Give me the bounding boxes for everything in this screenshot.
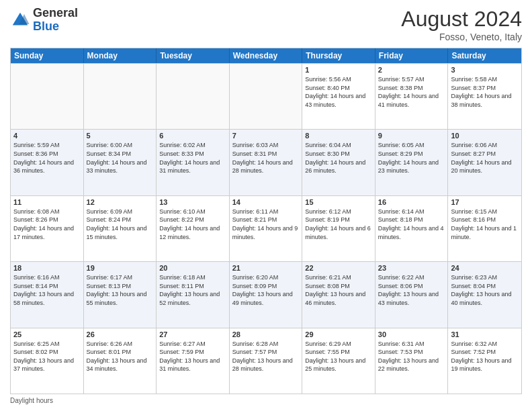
cell-info: Sunrise: 6:18 AMSunset: 8:11 PMDaylight:… [159, 273, 226, 307]
cell-info: Sunrise: 6:05 AMSunset: 8:29 PMDaylight:… [378, 141, 445, 175]
cell-info: Sunrise: 6:29 AMSunset: 7:55 PMDaylight:… [305, 340, 372, 373]
day-cell-19: 19 Sunrise: 6:17 AMSunset: 8:13 PMDaylig… [84, 262, 157, 327]
day-cell-20: 20 Sunrise: 6:18 AMSunset: 8:11 PMDaylig… [157, 262, 230, 327]
day-number: 31 [451, 330, 519, 338]
day-cell-29: 29 Sunrise: 6:29 AMSunset: 7:55 PMDaylig… [302, 328, 375, 394]
cell-info: Sunrise: 5:56 AMSunset: 8:40 PMDaylight:… [305, 75, 372, 109]
header-tuesday: Tuesday [157, 48, 230, 63]
day-cell-31: 31 Sunrise: 6:32 AMSunset: 7:52 PMDaylig… [448, 328, 521, 394]
cell-info: Sunrise: 6:21 AMSunset: 8:08 PMDaylight:… [305, 273, 372, 307]
day-number: 22 [305, 264, 372, 272]
cell-info: Sunrise: 6:32 AMSunset: 7:52 PMDaylight:… [451, 340, 519, 373]
day-cell-8: 8 Sunrise: 6:04 AMSunset: 8:30 PMDayligh… [302, 130, 375, 195]
cell-info: Sunrise: 6:09 AMSunset: 8:24 PMDaylight:… [87, 208, 154, 241]
cell-info: Sunrise: 6:23 AMSunset: 8:04 PMDaylight:… [451, 273, 519, 307]
cell-info: Sunrise: 6:25 AMSunset: 8:02 PMDaylight:… [13, 340, 81, 373]
day-number: 3 [451, 66, 519, 74]
header-sunday: Sunday [11, 48, 84, 63]
cell-info: Sunrise: 6:16 AMSunset: 8:14 PMDaylight:… [13, 273, 81, 307]
empty-cell [11, 64, 84, 129]
cell-info: Sunrise: 6:03 AMSunset: 8:31 PMDaylight:… [232, 141, 300, 175]
day-cell-7: 7 Sunrise: 6:03 AMSunset: 8:31 PMDayligh… [230, 130, 303, 195]
day-number: 29 [305, 330, 372, 338]
cell-info: Sunrise: 5:58 AMSunset: 8:37 PMDaylight:… [451, 75, 519, 109]
day-number: 19 [87, 264, 154, 272]
day-number: 15 [305, 198, 372, 206]
day-number: 25 [13, 330, 81, 338]
day-cell-27: 27 Sunrise: 6:27 AMSunset: 7:59 PMDaylig… [157, 328, 230, 394]
day-cell-9: 9 Sunrise: 6:05 AMSunset: 8:29 PMDayligh… [375, 130, 449, 195]
day-number: 17 [451, 198, 519, 206]
day-number: 7 [232, 132, 300, 140]
day-number: 1 [305, 66, 372, 74]
day-number: 18 [13, 264, 81, 272]
day-number: 21 [232, 264, 300, 272]
day-cell-5: 5 Sunrise: 6:00 AMSunset: 8:34 PMDayligh… [84, 130, 157, 195]
cell-info: Sunrise: 6:14 AMSunset: 8:18 PMDaylight:… [378, 208, 445, 241]
calendar-header: Sunday Monday Tuesday Wednesday Thursday… [11, 48, 521, 63]
cell-info: Sunrise: 6:06 AMSunset: 8:27 PMDaylight:… [451, 141, 519, 175]
day-number: 4 [13, 132, 81, 140]
header-friday: Friday [375, 48, 449, 63]
calendar-body: 1 Sunrise: 5:56 AMSunset: 8:40 PMDayligh… [11, 63, 521, 394]
cell-info: Sunrise: 6:17 AMSunset: 8:13 PMDaylight:… [87, 273, 154, 307]
cell-info: Sunrise: 6:00 AMSunset: 8:34 PMDaylight:… [87, 141, 154, 175]
day-cell-26: 26 Sunrise: 6:26 AMSunset: 8:01 PMDaylig… [84, 328, 157, 394]
day-number: 10 [451, 132, 519, 140]
logo-blue: Blue [33, 19, 59, 33]
day-cell-18: 18 Sunrise: 6:16 AMSunset: 8:14 PMDaylig… [11, 262, 84, 327]
week-row-3: 11 Sunrise: 6:08 AMSunset: 8:26 PMDaylig… [11, 195, 521, 261]
week-row-4: 18 Sunrise: 6:16 AMSunset: 8:14 PMDaylig… [11, 261, 521, 327]
day-cell-14: 14 Sunrise: 6:11 AMSunset: 8:21 PMDaylig… [230, 196, 303, 261]
cell-info: Sunrise: 6:12 AMSunset: 8:19 PMDaylight:… [305, 208, 372, 241]
day-cell-10: 10 Sunrise: 6:06 AMSunset: 8:27 PMDaylig… [448, 130, 521, 195]
cell-info: Sunrise: 6:27 AMSunset: 7:59 PMDaylight:… [159, 340, 226, 373]
empty-cell [84, 64, 157, 129]
header-thursday: Thursday [302, 48, 375, 63]
day-number: 26 [87, 330, 154, 338]
logo: General Blue [10, 7, 78, 34]
day-number: 6 [159, 132, 226, 140]
cell-info: Sunrise: 6:20 AMSunset: 8:09 PMDaylight:… [232, 273, 300, 307]
calendar: Sunday Monday Tuesday Wednesday Thursday… [10, 48, 522, 394]
day-number: 16 [378, 198, 445, 206]
day-cell-17: 17 Sunrise: 6:15 AMSunset: 8:16 PMDaylig… [448, 196, 521, 261]
cell-info: Sunrise: 5:57 AMSunset: 8:38 PMDaylight:… [378, 75, 445, 109]
day-cell-1: 1 Sunrise: 5:56 AMSunset: 8:40 PMDayligh… [302, 64, 375, 129]
week-row-1: 1 Sunrise: 5:56 AMSunset: 8:40 PMDayligh… [11, 63, 521, 129]
day-number: 24 [451, 264, 519, 272]
day-number: 30 [378, 330, 445, 338]
day-number: 12 [87, 198, 154, 206]
day-number: 5 [87, 132, 154, 140]
day-cell-22: 22 Sunrise: 6:21 AMSunset: 8:08 PMDaylig… [302, 262, 375, 327]
cell-info: Sunrise: 6:28 AMSunset: 7:57 PMDaylight:… [232, 340, 300, 373]
header: General Blue August 2024 Fosso, Veneto, … [10, 7, 522, 42]
day-number: 28 [232, 330, 300, 338]
day-cell-3: 3 Sunrise: 5:58 AMSunset: 8:37 PMDayligh… [448, 64, 521, 129]
logo-icon [10, 10, 30, 30]
cell-info: Sunrise: 6:10 AMSunset: 8:22 PMDaylight:… [159, 208, 226, 241]
daylight-label: Daylight hours [10, 397, 53, 404]
day-number: 13 [159, 198, 226, 206]
day-cell-30: 30 Sunrise: 6:31 AMSunset: 7:53 PMDaylig… [375, 328, 449, 394]
logo-general: General [33, 6, 78, 19]
cell-info: Sunrise: 6:08 AMSunset: 8:26 PMDaylight:… [13, 208, 81, 241]
header-monday: Monday [84, 48, 157, 63]
day-cell-25: 25 Sunrise: 6:25 AMSunset: 8:02 PMDaylig… [11, 328, 84, 394]
month-year: August 2024 [401, 7, 522, 32]
day-cell-4: 4 Sunrise: 5:59 AMSunset: 8:36 PMDayligh… [11, 130, 84, 195]
day-number: 9 [378, 132, 445, 140]
day-number: 27 [159, 330, 226, 338]
day-cell-12: 12 Sunrise: 6:09 AMSunset: 8:24 PMDaylig… [84, 196, 157, 261]
footer: Daylight hours [10, 397, 522, 404]
header-saturday: Saturday [448, 48, 521, 63]
cell-info: Sunrise: 6:31 AMSunset: 7:53 PMDaylight:… [378, 340, 445, 373]
cell-info: Sunrise: 5:59 AMSunset: 8:36 PMDaylight:… [13, 141, 81, 175]
day-cell-13: 13 Sunrise: 6:10 AMSunset: 8:22 PMDaylig… [157, 196, 230, 261]
cell-info: Sunrise: 6:02 AMSunset: 8:33 PMDaylight:… [159, 141, 226, 175]
page: General Blue August 2024 Fosso, Veneto, … [0, 0, 532, 411]
day-number: 2 [378, 66, 445, 74]
day-number: 23 [378, 264, 445, 272]
day-number: 20 [159, 264, 226, 272]
day-cell-24: 24 Sunrise: 6:23 AMSunset: 8:04 PMDaylig… [448, 262, 521, 327]
